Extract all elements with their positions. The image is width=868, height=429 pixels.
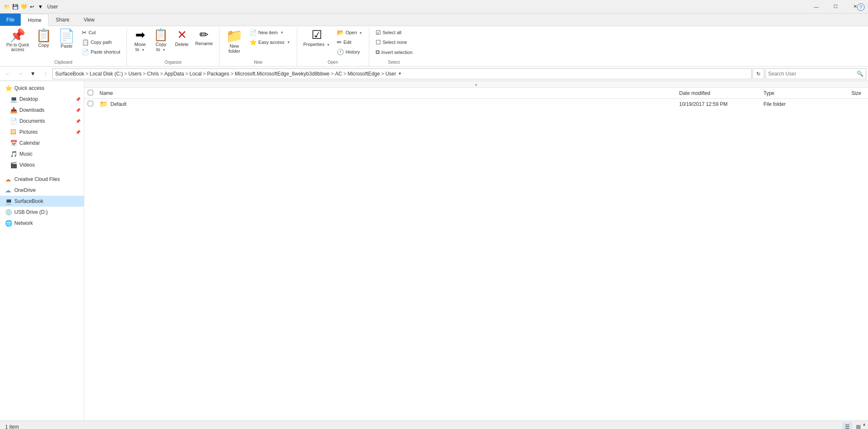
file-checkbox[interactable] [88, 101, 93, 106]
breadcrumb-surfacebook[interactable]: SurfaceBook [55, 71, 84, 77]
file-date: 10/19/2017 12:59 PM [679, 101, 763, 107]
sidebar-item-desktop[interactable]: 💻 Desktop 📌 [0, 94, 84, 105]
history-button[interactable]: 🕐 History [334, 47, 365, 57]
pictures-pin-icon: 📌 [75, 130, 81, 135]
breadcrumb-local[interactable]: Local [190, 71, 202, 77]
edit-label: Edit [344, 40, 352, 45]
breadcrumb-users[interactable]: Users [128, 71, 141, 77]
sidebar-item-usb-drive[interactable]: 💿 USB Drive (D:) [0, 207, 84, 218]
table-row[interactable]: 📁 Default 10/19/2017 12:59 PM File folde… [84, 99, 868, 110]
open-icon: 📂 [337, 29, 344, 36]
new-item-button[interactable]: 📄 New item ▼ [247, 28, 293, 37]
row-checkbox[interactable] [88, 101, 98, 108]
header-type[interactable]: Type [763, 90, 822, 96]
easy-access-button[interactable]: ⭐ Easy access ▼ [247, 38, 293, 47]
quick-access-sidebar-icon: ⭐ [5, 85, 13, 92]
copy-to-button[interactable]: 📋 Copyto ▼ [150, 28, 171, 53]
undo-icon[interactable]: ↩ [29, 3, 35, 10]
folder-icon: 📁 [99, 100, 108, 108]
search-icon[interactable]: 🔍 [857, 70, 863, 77]
ribbon-expand-button[interactable]: ▲ [860, 421, 868, 427]
sidebar: ⭐ Quick access 💻 Desktop 📌 📥 Downloads 📌… [0, 81, 84, 421]
file-name: Default [110, 101, 126, 107]
header-checkbox[interactable] [88, 90, 98, 97]
breadcrumb-localc[interactable]: Local Disk (C:) [90, 71, 123, 77]
address-bar[interactable]: SurfaceBook > Local Disk (C:) > Users > … [52, 68, 752, 79]
desktop-pin-icon: 📌 [75, 97, 81, 102]
tab-view[interactable]: View [76, 13, 102, 26]
up-button[interactable]: ↑ [40, 68, 51, 80]
move-to-button[interactable]: ➡ Moveto ▼ [130, 28, 150, 53]
breadcrumb-microsoftedge[interactable]: MicrosoftEdge [347, 71, 380, 77]
downloads-label: Downloads [19, 107, 74, 113]
back-button[interactable]: ← [2, 68, 13, 80]
breadcrumb-user[interactable]: User [385, 71, 396, 77]
move-to-icon: ➡ [135, 29, 145, 41]
cut-button[interactable]: ✂ Cut [79, 28, 123, 37]
breadcrumb-ac[interactable]: AC [335, 71, 342, 77]
sidebar-item-pictures[interactable]: 🖼 Pictures 📌 [0, 127, 84, 138]
paste-shortcut-label: Paste shortcut [91, 49, 120, 54]
sidebar-item-calendar[interactable]: 📅 Calendar [0, 138, 84, 148]
main-layout: ⭐ Quick access 💻 Desktop 📌 📥 Downloads 📌… [0, 81, 868, 421]
network-label: Network [14, 220, 81, 226]
tab-home[interactable]: Home [21, 14, 48, 26]
invert-selection-button[interactable]: ⧉ Invert selection [373, 47, 416, 57]
minimize-button[interactable]: — [806, 0, 826, 13]
onedrive-icon: ☁ [5, 187, 13, 194]
tab-file[interactable]: File [0, 13, 21, 26]
rename-icon: ✏ [199, 29, 209, 40]
help-button[interactable]: ? [857, 3, 865, 11]
sidebar-item-videos[interactable]: 🎬 Videos [0, 159, 84, 170]
view-details-button[interactable]: ☰ [843, 423, 852, 429]
search-bar[interactable]: 🔍 [765, 68, 866, 79]
select-none-button[interactable]: ☐ Select none [373, 38, 416, 47]
search-input[interactable] [768, 71, 857, 77]
sidebar-item-documents[interactable]: 📄 Documents 📌 [0, 116, 84, 127]
refresh-button[interactable]: ↻ [752, 68, 764, 79]
sidebar-item-quick-access[interactable]: ⭐ Quick access [0, 83, 84, 94]
select-all-button[interactable]: ☑ Select all [373, 28, 416, 37]
copy-path-button[interactable]: 📋 Copy path [79, 38, 123, 47]
breadcrumb-chris[interactable]: Chris [147, 71, 159, 77]
header-date-modified[interactable]: Date modified [679, 90, 763, 96]
save-icon[interactable]: 💛 [20, 3, 27, 10]
sidebar-item-onedrive[interactable]: ☁ OneDrive [0, 185, 84, 196]
new-item-arrow: ▼ [280, 31, 284, 35]
breadcrumb-msedge-pkg[interactable]: Microsoft.MicrosoftEdge_8wekyb3d8bbwe [235, 71, 330, 77]
delete-button[interactable]: ✕ Delete [172, 28, 191, 48]
sidebar-item-network[interactable]: 🌐 Network [0, 218, 84, 229]
tab-share[interactable]: Share [48, 13, 76, 26]
quick-access-icon[interactable]: 💾 [12, 3, 19, 10]
maximize-button[interactable]: ☐ [826, 0, 845, 13]
header-name[interactable]: Name [98, 90, 679, 96]
recent-locations-button[interactable]: ▼ [27, 68, 39, 80]
sidebar-item-music[interactable]: 🎵 Music [0, 148, 84, 159]
sidebar-item-creative-cloud[interactable]: ☁ Creative Cloud Files [0, 174, 84, 185]
clipboard-group-label: Clipboard [3, 59, 123, 66]
forward-button[interactable]: → [14, 68, 26, 80]
title-bar-icons: 📁 💾 💛 ↩ ▼ [3, 3, 44, 10]
header-size[interactable]: Size [822, 90, 865, 96]
expand-icon[interactable]: ▼ [37, 3, 44, 10]
sidebar-item-downloads[interactable]: 📥 Downloads 📌 [0, 105, 84, 116]
status-view-buttons: ☰ ▦ [843, 423, 863, 429]
select-all-checkbox[interactable] [88, 90, 93, 95]
rename-button[interactable]: ✏ Rename [192, 28, 216, 47]
edit-button[interactable]: ✏ Edit [334, 38, 365, 47]
breadcrumb-packages[interactable]: Packages [207, 71, 229, 77]
paste-button[interactable]: 📄 Paste [55, 28, 78, 50]
address-chevron-icon[interactable]: ▼ [398, 71, 402, 76]
copy-label: Copy [38, 43, 49, 48]
properties-button[interactable]: ☑ Properties ▼ [301, 28, 333, 48]
sep-4: > [160, 71, 163, 77]
breadcrumb-appdata[interactable]: AppData [164, 71, 184, 77]
sidebar-item-surfacebook[interactable]: 💻 SurfaceBook [0, 196, 84, 207]
pin-to-quick-access-button[interactable]: 📌 Pin to Quickaccess [3, 28, 32, 53]
open-button[interactable]: 📂 Open ▼ [334, 28, 365, 37]
new-folder-icon: 📁 [226, 29, 243, 43]
copy-button[interactable]: 📋 Copy [33, 28, 54, 49]
paste-shortcut-button[interactable]: 📄 Paste shortcut [79, 47, 123, 57]
pictures-icon: 🖼 [10, 129, 18, 135]
new-folder-button[interactable]: 📁 Newfolder [223, 28, 246, 55]
